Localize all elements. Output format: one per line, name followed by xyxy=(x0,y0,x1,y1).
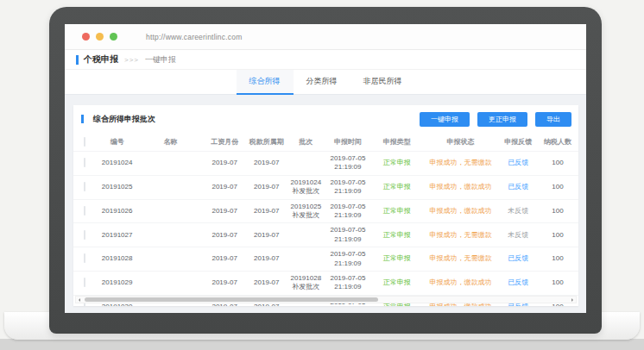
browser-window: http://www.careerintlinc.com 个税申报 >>> 一键… xyxy=(65,24,586,313)
declare-type-cell: 正常申报 xyxy=(370,152,423,176)
table-row: 20191028 2019-07 2019-07 2019-07-05 21:1… xyxy=(73,247,578,272)
browser-chrome: http://www.careerintlinc.com xyxy=(65,24,586,50)
table-body: 20191024 2019-07 2019-07 2019-07-05 21:1… xyxy=(73,152,578,307)
tax-due-cell-clipped: 11 xyxy=(577,247,578,272)
col-batch: 批次 xyxy=(287,133,325,152)
batch-cell: 20191024 补发批次 xyxy=(287,175,325,199)
feedback-cell: 已反馈 xyxy=(498,175,539,199)
col-name: 名称 xyxy=(138,133,203,152)
declare-time-cell: 2019-07-05 21:19:09 xyxy=(325,175,371,199)
tax-due-cell-clipped: 11 xyxy=(577,271,578,295)
row-checkbox-cell xyxy=(73,199,96,223)
col-declare-time: 申报时间 xyxy=(325,133,371,152)
feedback-cell: 已反馈 xyxy=(498,247,539,272)
name-cell xyxy=(138,152,203,176)
batch-id-cell: 20191027 xyxy=(96,223,138,247)
horizontal-scrollbar[interactable] xyxy=(75,296,577,303)
col-declare-type: 申报类型 xyxy=(370,133,423,152)
tab-classified-income[interactable]: 分类所得 xyxy=(294,70,350,94)
declare-type-cell: 正常申报 xyxy=(370,271,423,295)
col-tax-due-clipped: 应缴税额 xyxy=(577,133,578,152)
row-checkbox[interactable] xyxy=(84,278,85,287)
batch-cell: 20191028 补发批次 xyxy=(287,271,325,295)
name-cell xyxy=(138,223,203,247)
title-accent-bar xyxy=(76,55,79,65)
tax-due-cell-clipped: 11 xyxy=(577,199,578,223)
card-title: 综合所得申报批次 xyxy=(93,114,155,125)
row-checkbox[interactable] xyxy=(84,182,85,191)
salary-month-cell: 2019-07 xyxy=(203,152,247,176)
row-checkbox-cell xyxy=(73,271,96,295)
laptop-screen-bezel: http://www.careerintlinc.com 个税申报 >>> 一键… xyxy=(49,7,602,334)
tax-due-cell-clipped: 11 xyxy=(577,223,578,247)
select-all-checkbox[interactable] xyxy=(84,137,85,147)
col-salary-month: 工资月份 xyxy=(203,133,247,152)
name-cell xyxy=(138,247,203,272)
name-cell xyxy=(138,175,203,199)
table-row: 20191024 2019-07 2019-07 2019-07-05 21:1… xyxy=(73,152,578,176)
page-header: 个税申报 >>> 一键申报 xyxy=(65,50,586,70)
tab-nonresident-income[interactable]: 非居民所得 xyxy=(350,70,415,94)
feedback-cell: 已反馈 xyxy=(498,271,539,295)
address-bar-url[interactable]: http://www.careerintlinc.com xyxy=(146,33,242,41)
tax-due-cell-clipped: 11 xyxy=(577,295,578,306)
taxpayer-count-cell: 100 xyxy=(539,247,578,272)
desk-surface xyxy=(0,339,644,350)
col-taxpayer-count: 纳税人数 xyxy=(539,133,578,152)
feedback-cell: 未反馈 xyxy=(498,199,539,223)
taxpayer-count-cell: 100 xyxy=(539,199,578,223)
declare-type-cell: 正常申报 xyxy=(370,247,423,272)
table-header: 编号 名称 工资月份 税款所属期 批次 申报时间 申报类型 申报状态 申报反馈 … xyxy=(73,133,578,152)
amend-declare-button[interactable]: 更正申报 xyxy=(477,112,527,127)
name-cell xyxy=(138,271,203,295)
declare-time-cell: 2019-07-05 21:19:09 xyxy=(325,199,371,223)
action-buttons: 一键申报 更正申报 导出 xyxy=(420,112,571,127)
declare-type-cell: 正常申报 xyxy=(370,199,423,223)
scroll-left-arrow-icon[interactable] xyxy=(79,298,80,302)
table-row: 20191025 2019-07 2019-07 20191024 补发批次 2… xyxy=(73,175,578,199)
batch-id-cell: 20191026 xyxy=(96,199,138,223)
breadcrumb-separator: >>> xyxy=(124,56,139,64)
row-checkbox[interactable] xyxy=(84,158,85,167)
col-declare-status: 申报状态 xyxy=(423,133,498,152)
declare-time-cell: 2019-07-05 21:19:09 xyxy=(325,271,371,295)
row-checkbox[interactable] xyxy=(84,230,85,240)
tab-comprehensive-income[interactable]: 综合所得 xyxy=(237,70,294,95)
declare-status-cell: 申报成功，无需缴款 xyxy=(423,152,498,176)
traffic-light-minimize-icon[interactable] xyxy=(96,33,104,41)
row-checkbox-cell xyxy=(73,175,96,199)
salary-month-cell: 2019-07 xyxy=(203,199,247,223)
scrollbar-thumb[interactable] xyxy=(85,297,378,302)
table-row: 20191029 2019-07 2019-07 20191028 补发批次 2… xyxy=(73,271,578,295)
traffic-light-fullscreen-icon[interactable] xyxy=(110,33,117,41)
taxpayer-count-cell: 100 xyxy=(539,271,578,295)
row-checkbox[interactable] xyxy=(84,253,85,263)
tax-period-cell: 2019-07 xyxy=(246,223,287,247)
row-checkbox[interactable] xyxy=(84,206,85,216)
table-row: 20191026 2019-07 2019-07 20191025 补发批次 2… xyxy=(73,199,578,223)
one-click-declare-button[interactable]: 一键申报 xyxy=(420,112,470,127)
income-type-tabs: 综合所得 分类所得 非居民所得 xyxy=(65,70,586,95)
tax-due-cell-clipped: 11 xyxy=(577,152,578,176)
batch-id-cell: 20191028 xyxy=(96,247,138,272)
export-button[interactable]: 导出 xyxy=(535,112,571,127)
card-title-accent-bar xyxy=(81,115,84,123)
batch-id-cell: 20191025 xyxy=(96,175,138,199)
batch-id-cell: 20191029 xyxy=(96,271,138,295)
declare-status-cell: 申报成功，缴款成功 xyxy=(423,271,498,295)
declare-status-cell: 申报成功，缴款成功 xyxy=(423,175,498,199)
tax-period-cell: 2019-07 xyxy=(246,175,287,199)
taxpayer-count-cell: 100 xyxy=(539,175,578,199)
salary-month-cell: 2019-07 xyxy=(203,223,247,247)
page-content: 综合所得申报批次 一键申报 更正申报 导出 xyxy=(65,95,586,313)
declare-status-cell: 申报成功，无需缴款 xyxy=(423,247,498,272)
traffic-light-close-icon[interactable] xyxy=(82,33,90,41)
tax-due-cell-clipped: 11 xyxy=(577,175,578,199)
breadcrumb-current: 一键申报 xyxy=(145,54,176,66)
taxpayer-count-cell: 100 xyxy=(539,223,578,247)
row-checkbox-cell xyxy=(73,152,96,176)
batch-cell xyxy=(287,223,325,247)
row-checkbox-cell xyxy=(73,223,96,247)
scroll-right-arrow-icon[interactable] xyxy=(571,298,573,302)
tax-period-cell: 2019-07 xyxy=(246,247,287,272)
